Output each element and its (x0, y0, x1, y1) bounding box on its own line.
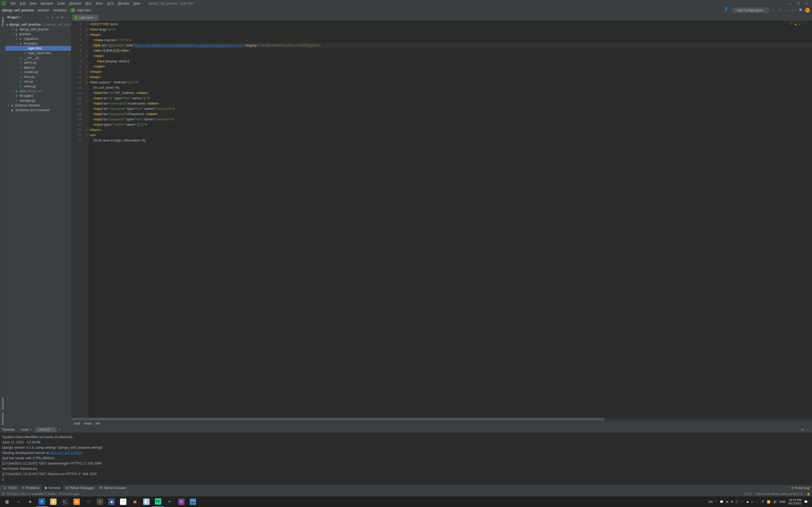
search-everywhere-icon[interactable]: 🔍 (799, 8, 803, 12)
chevron-down-icon[interactable]: ˅ (805, 22, 807, 25)
tree-row[interactable]: ▸migrations (5, 37, 71, 41)
close-icon[interactable]: ✕ (52, 428, 54, 431)
menu-vcs[interactable]: VCS (105, 2, 116, 5)
crumb-2[interactable]: templates (53, 8, 67, 12)
camera-icon[interactable]: 📷 (187, 496, 199, 507)
new-terminal-button[interactable]: + (57, 427, 62, 432)
tray-icon[interactable]: ◇ (751, 500, 753, 504)
crumb-root[interactable]: django_self_practise (2, 8, 34, 12)
eng3-icon[interactable]: ◆ (106, 496, 117, 507)
collapse-all-icon[interactable]: ≐ (56, 15, 59, 19)
tray-icon[interactable]: ⧉ (726, 500, 728, 504)
crumb-file[interactable]: login.html (77, 8, 90, 12)
sublime-icon[interactable]: S (94, 496, 106, 507)
menu-view[interactable]: View (28, 2, 39, 5)
hide-icon[interactable]: — (66, 15, 69, 19)
project-title[interactable]: Project (7, 15, 18, 19)
menu-file[interactable]: File (8, 2, 18, 5)
system-clock[interactable]: 12:18 PM 6/17/2021 (789, 498, 801, 505)
event-log-tool[interactable]: Event Log (795, 486, 809, 490)
secure-crt-icon[interactable]: 🖵 (83, 496, 94, 507)
run-icon[interactable]: ▶ (771, 8, 775, 12)
menu-edit[interactable]: Edit (18, 2, 28, 5)
tray-mic-icon[interactable]: 🎤 (760, 500, 764, 504)
python-console-tool[interactable]: ⌘Python Console (97, 485, 129, 491)
bc-head[interactable]: head (84, 422, 92, 426)
tray-volume-icon[interactable]: 🔊 (773, 500, 777, 504)
caret-position[interactable]: 5:215 (744, 492, 752, 495)
tray-icon[interactable]: ◆ (747, 500, 749, 504)
vmware-icon[interactable]: ⊞ (71, 496, 83, 507)
tree-row[interactable]: models.py (5, 70, 71, 74)
tray-wifi-icon[interactable]: 📶 (767, 500, 770, 504)
terminal-tab[interactable]: Local (2)✕ (35, 427, 57, 432)
notification-icon[interactable]: 🗎 (2, 492, 5, 495)
user-avatar[interactable] (805, 8, 810, 13)
breadcrumb[interactable]: django_self_practise › practise › templa… (2, 8, 91, 12)
user-add-icon[interactable]: 👤▾ (724, 8, 728, 12)
bc-html[interactable]: html (74, 422, 80, 426)
coverage-icon[interactable]: ⤻ (784, 8, 788, 12)
window-close-icon[interactable]: ✕ (805, 2, 808, 5)
gear-icon[interactable]: ⚙ (61, 15, 64, 19)
editor-breadcrumb[interactable]: html › head › link (71, 420, 812, 426)
tree-row[interactable]: ▸venvlibrary root (5, 89, 71, 94)
line-number-gutter[interactable]: 1234567891011121314151617181920212223 (71, 21, 85, 418)
tray-icon[interactable]: N (731, 500, 733, 503)
stop-icon[interactable]: ■ (790, 8, 794, 12)
pycharm-icon[interactable]: PC (152, 496, 164, 507)
tree-row[interactable]: Scratches and Consoles (5, 108, 71, 112)
locate-icon[interactable]: ⊙ (47, 15, 49, 19)
interpreter-widget[interactable]: Python 3.8 (django_self_practise) (3) (755, 492, 803, 495)
editor-tab-login[interactable]: login.html ✕ (72, 14, 99, 21)
menu-window[interactable]: Window (116, 2, 132, 5)
lang-indicator[interactable]: EN (709, 500, 713, 503)
problems-tool[interactable]: ⊘Problems (19, 485, 42, 491)
close-icon[interactable]: ✕ (94, 16, 97, 19)
terminal-tool[interactable]: ▣Terminal (42, 485, 63, 491)
add-configuration-button[interactable]: Add Configuration... (733, 8, 769, 13)
python-packages-tool[interactable]: ⊞Python Packages (63, 485, 97, 491)
hide-icon[interactable]: — (807, 428, 810, 432)
editor[interactable]: 1234567891011121314151617181920212223 ⊟⊟… (71, 21, 812, 418)
tree-row[interactable]: ▸External Libraries (5, 103, 71, 108)
tree-row[interactable]: db.sqlite3 (5, 94, 71, 98)
onenote-icon[interactable]: N (175, 496, 187, 507)
tree-row[interactable]: ▾django_self_practiseC:\django_self_prac… (5, 22, 71, 27)
menu-navigate[interactable]: Navigate (39, 2, 55, 5)
action-center-icon[interactable]: 💬 (804, 500, 808, 504)
tree-row[interactable]: apps.py (5, 65, 71, 70)
notepad2-icon[interactable]: 📝 (141, 496, 152, 507)
terminal-output[interactable]: System check identified no issues (0 sil… (0, 433, 812, 485)
ime-indicator[interactable]: ENG (779, 500, 786, 503)
server-url-link[interactable]: http://127.0.0.1:8000/ (50, 451, 83, 455)
favorites-tool-label[interactable]: Favorites (1, 413, 4, 425)
tray-icon[interactable]: 💬 (720, 500, 723, 504)
tray-security-icon[interactable]: 🛡 (741, 500, 744, 503)
chevron-up-icon[interactable]: ˄ (802, 22, 804, 25)
tray-overflow-icon[interactable]: ˄ (715, 500, 717, 504)
menu-help[interactable]: Help (132, 2, 142, 5)
search-button[interactable]: ○ (13, 496, 24, 507)
debug-icon[interactable]: ⬢ (777, 8, 781, 12)
horizontal-scrollbar[interactable] (71, 418, 812, 420)
tray-bluetooth-icon[interactable]: ᛒ (756, 500, 758, 503)
tree-row[interactable]: ▾templates (5, 41, 71, 46)
close-icon[interactable]: ✕ (30, 428, 32, 431)
tree-row[interactable]: ▸django_self_practise (5, 27, 71, 32)
crumb-1[interactable]: practise (38, 8, 49, 12)
tree-row[interactable]: views.py (5, 84, 71, 89)
fold-gutter[interactable]: ⊟⊟⊟⊟⊟⊟⊟⊟⊟ (85, 21, 88, 418)
menu-run[interactable]: Run (83, 2, 93, 5)
status-message[interactable]: PyCharm 2021.1.2 available // Update... … (7, 492, 79, 495)
start-button[interactable]: ⊞ (1, 496, 13, 507)
edge-icon[interactable]: e (36, 496, 48, 507)
gear-icon[interactable]: ⚙ (801, 428, 804, 432)
notepad-icon[interactable]: 📄 (117, 496, 129, 507)
menu-refactor[interactable]: Refactor (67, 2, 83, 5)
expand-all-icon[interactable]: ≑ (51, 15, 54, 19)
explorer-icon[interactable]: ▮ (48, 496, 59, 507)
project-tree[interactable]: ▾django_self_practiseC:\django_self_prac… (5, 21, 71, 426)
project-tool-label[interactable]: Project (1, 17, 4, 26)
inspection-indicator[interactable]: ✔ ▲ 4 ˄ ˅ (790, 22, 807, 25)
